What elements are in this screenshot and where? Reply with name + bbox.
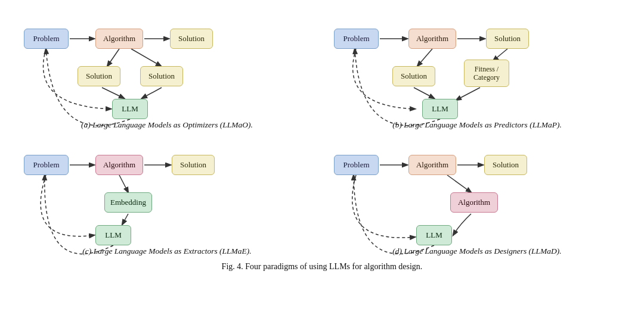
svg-line-4 bbox=[102, 88, 124, 98]
node-d-algorithm: Algorithm bbox=[408, 155, 456, 175]
node-d-problem: Problem bbox=[334, 155, 379, 175]
node-a-solution2: Solution bbox=[78, 66, 120, 86]
node-a-solution3: Solution bbox=[140, 66, 183, 86]
node-c-problem: Problem bbox=[24, 155, 69, 175]
diagram-a-svg: Problem Algorithm Solution Solution Solu… bbox=[18, 11, 316, 118]
node-a-problem: Problem bbox=[24, 29, 69, 49]
node-d-algorithm2: Algorithm bbox=[450, 192, 498, 213]
diagram-c: Problem Algorithm Solution Embedding LLM… bbox=[12, 132, 322, 258]
diagram-d-svg: Problem Algorithm Solution Algorithm LLM bbox=[328, 137, 626, 244]
svg-line-11 bbox=[456, 88, 480, 100]
node-a-solution1: Solution bbox=[170, 29, 213, 49]
diagrams-grid: Problem Algorithm Solution Solution Solu… bbox=[12, 6, 632, 258]
node-c-embedding: Embedding bbox=[104, 192, 152, 213]
svg-line-3 bbox=[131, 49, 161, 66]
svg-line-8 bbox=[493, 49, 507, 61]
node-b-problem: Problem bbox=[334, 29, 379, 49]
node-c-solution: Solution bbox=[172, 155, 215, 175]
figure-caption: Fig. 4. Four paradigms of using LLMs for… bbox=[222, 262, 423, 272]
diagram-b-svg: Problem Algorithm Solution Solution Fitn… bbox=[328, 11, 626, 118]
svg-line-15 bbox=[122, 214, 128, 225]
node-d-solution: Solution bbox=[484, 155, 527, 175]
svg-line-5 bbox=[142, 88, 162, 98]
svg-line-14 bbox=[119, 175, 128, 192]
node-d-llm: LLM bbox=[416, 225, 452, 245]
node-b-solution: Solution bbox=[486, 29, 529, 49]
diagram-d: Problem Algorithm Solution Algorithm LLM… bbox=[322, 132, 632, 258]
node-b-fitness: Fitness /Category bbox=[464, 60, 509, 87]
svg-line-2 bbox=[107, 49, 119, 66]
node-b-solution2: Solution bbox=[392, 66, 435, 86]
node-b-llm: LLM bbox=[422, 99, 458, 119]
node-b-algorithm: Algorithm bbox=[408, 29, 456, 49]
node-c-algorithm: Algorithm bbox=[95, 155, 143, 175]
diagram-b: Problem Algorithm Solution Solution Fitn… bbox=[322, 6, 632, 132]
svg-line-9 bbox=[417, 49, 432, 66]
svg-line-10 bbox=[414, 88, 434, 98]
node-a-algorithm: Algorithm bbox=[95, 29, 143, 49]
diagram-a: Problem Algorithm Solution Solution Solu… bbox=[12, 6, 322, 132]
diagram-c-svg: Problem Algorithm Solution Embedding LLM bbox=[18, 137, 316, 244]
node-c-llm: LLM bbox=[95, 225, 131, 245]
node-a-llm: LLM bbox=[112, 99, 148, 119]
svg-line-18 bbox=[447, 175, 471, 192]
